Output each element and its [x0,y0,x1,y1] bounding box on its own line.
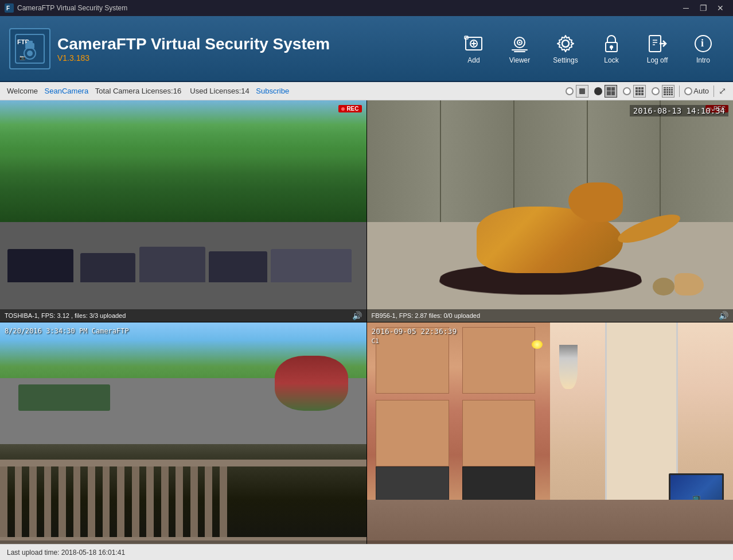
auto-label: Auto [693,87,709,95]
grid-3x3-icon [635,87,644,95]
app-version: V1.3.183 [57,53,330,63]
status-bar: Welcome SeanCamera Total Camera Licenses… [0,82,733,100]
restore-button[interactable]: ❐ [695,0,711,16]
camera-cell-2[interactable]: REC 2016-08-13 14:10:34 FB956-1, FPS: 2.… [367,100,734,322]
fullscreen-button[interactable]: ⤢ [719,85,726,96]
username-link[interactable]: SeanCamera [45,87,89,95]
svg-point-20 [562,40,569,47]
intro-button[interactable]: i Intro [683,30,724,68]
viewer-label: Viewer [509,56,530,64]
intro-label: Intro [696,56,710,64]
add-icon [463,33,484,54]
toy-2 [653,278,674,295]
app-icon: F [5,3,14,13]
welcome-text: Welcome [7,87,38,95]
footer: Last upload time: 2018-05-18 16:01:41 [0,544,733,560]
camera-cell-4[interactable]: 📺 2016-09-05 22:36:39 C1 [367,322,734,544]
rec-text-1: REC [346,106,358,112]
grid-4x4-icon [664,87,673,95]
layout-1x1-button[interactable] [576,85,588,98]
layout-radio-4[interactable] [652,87,660,95]
lamp [559,345,578,389]
sound-icon-2[interactable]: 🔊 [719,311,728,320]
layout-2x2-button[interactable] [605,85,617,98]
lock-button[interactable]: Lock [591,30,632,68]
auto-toggle[interactable]: Auto [684,87,709,95]
add-label: Add [467,56,479,64]
title-bar: F CameraFTP Virtual Security System ─ ❐ … [0,0,733,16]
flowers [275,356,348,411]
add-button[interactable]: Add [453,30,494,68]
panel-line-1 [440,100,441,234]
auto-radio[interactable] [684,87,692,95]
svg-rect-18 [512,49,528,50]
camera-4-label: C1 [372,337,379,345]
viewer-button[interactable]: Viewer [499,30,540,68]
settings-icon [555,33,576,54]
camera-1-info-text: TOSHIBA-1, FPS: 3.12 , files: 3/3 upload… [5,312,126,319]
camera-info-2: FB956-1, FPS: 2.87 files: 0/0 uploaded 🔊 [367,309,734,322]
header-title: CameraFTP Virtual Security System V1.3.1… [57,35,330,63]
layout-radio-1[interactable] [566,87,574,95]
svg-text:F: F [6,5,10,11]
svg-text:i: i [701,37,704,49]
svg-point-17 [519,41,521,43]
vehicle [18,384,110,411]
porch-railing-area [0,460,366,544]
svg-point-6 [27,50,33,56]
panel-line-4 [660,100,661,234]
subscribe-link[interactable]: Subscribe [256,87,289,95]
title-bar-text: CameraFTP Virtual Security System [17,4,678,12]
trees-bg [0,100,366,222]
lock-icon [601,33,622,54]
lock-label: Lock [604,56,618,64]
camera-info-4 [367,540,734,544]
intro-icon: i [693,33,713,54]
header-logo: FTP 📷 CameraFTP Virtual Security System … [9,28,453,69]
layout-4x4-button[interactable] [662,85,674,98]
layout-3x3-button[interactable] [633,85,646,98]
divider [679,85,680,97]
car-3 [139,247,205,282]
camera-grid: REC TOSHIBA-1, FPS: 3.12 , files: 3/3 up… [0,100,733,544]
rec-badge-1: REC [338,105,361,112]
app-name: CameraFTP Virtual Security System [57,35,330,53]
header-nav: Add Viewer Settings [453,30,724,68]
sound-icon-1[interactable]: 🔊 [352,311,362,320]
layout-controls: Auto ⤢ [566,85,726,98]
svg-rect-8 [27,41,33,44]
camera-3-datetime: 8/20/2016 3:34:30 PM CameraFTP [5,327,129,335]
logoff-label: Log off [647,56,668,64]
rec-dot-1 [341,107,345,111]
last-upload-text: Last upload time: 2018-05-18 16:01:41 [7,549,125,557]
divider-2 [713,85,714,97]
car-2 [80,253,135,282]
title-bar-controls: ─ ❐ ✕ [678,0,728,16]
svg-rect-19 [514,51,525,52]
logoff-button[interactable]: Log off [637,30,678,68]
svg-rect-24 [649,36,661,52]
camera-cell-3[interactable]: 8/20/2016 3:34:30 PM CameraFTP [0,322,366,544]
logoff-icon [647,33,668,54]
rail-top [0,460,366,466]
viewer-icon [509,33,530,54]
spindles [0,466,366,537]
settings-button[interactable]: Settings [545,30,586,68]
close-button[interactable]: ✕ [712,0,728,16]
minimize-button[interactable]: ─ [678,0,694,16]
svg-rect-23 [611,47,612,50]
layout-radio-3[interactable] [623,87,631,95]
app-header: FTP 📷 CameraFTP Virtual Security System … [0,16,733,82]
logo-svg: FTP 📷 [13,32,47,66]
toy-1 [674,273,704,295]
svg-text:📷: 📷 [20,55,25,60]
total-licenses: Total Camera Licenses:16 [95,87,181,95]
camera-info-3 [0,540,366,544]
settings-label: Settings [553,56,578,64]
camera-4-timestamp: 2016-09-05 22:36:39 [372,327,457,336]
car-5 [271,249,351,282]
car-4 [209,251,267,282]
layout-radio-2[interactable] [594,87,602,95]
camera-cell-1[interactable]: REC TOSHIBA-1, FPS: 3.12 , files: 3/3 up… [0,100,366,322]
camera-info-1: TOSHIBA-1, FPS: 3.12 , files: 3/3 upload… [0,309,366,322]
